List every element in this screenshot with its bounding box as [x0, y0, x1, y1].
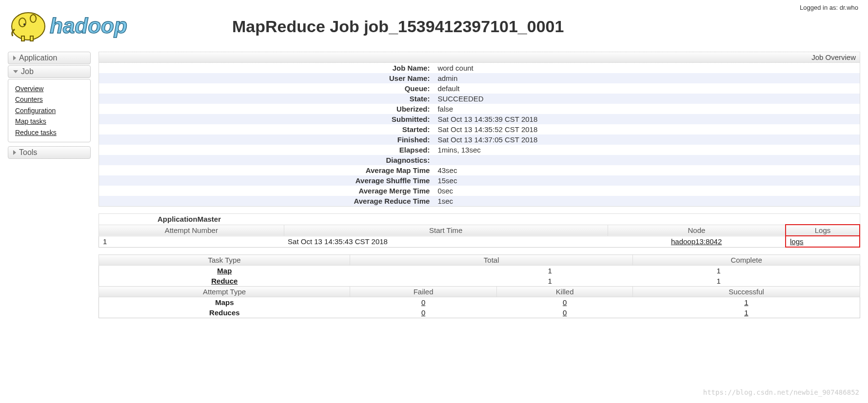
cell-failed: 0 — [350, 307, 497, 318]
svg-point-2 — [30, 15, 36, 22]
killed-link[interactable]: 0 — [563, 298, 567, 307]
overview-key: Uberized: — [99, 104, 434, 114]
cell-attempt-type: Reduces — [99, 307, 350, 318]
cell-failed: 0 — [350, 297, 497, 308]
overview-value: Sat Oct 13 14:35:52 CST 2018 — [434, 124, 860, 134]
sidebar-item-configuration[interactable]: Configuration — [15, 105, 83, 116]
overview-key: Average Map Time — [99, 165, 434, 175]
cell-killed: 0 — [497, 297, 633, 308]
failed-link[interactable]: 0 — [421, 298, 425, 307]
col-successful: Successful — [633, 287, 860, 297]
overview-value — [434, 155, 860, 165]
node-link[interactable]: hadoop13:8042 — [671, 237, 722, 246]
overview-key: Submitted: — [99, 114, 434, 124]
col-node: Node — [608, 225, 786, 236]
cell-attempt: 1 — [99, 236, 284, 247]
sidebar-label: Tools — [19, 148, 37, 157]
attempt-row-reduces: Reduces 0 0 1 — [99, 307, 860, 318]
sidebar-section-job[interactable]: Job — [8, 65, 91, 78]
svg-point-0 — [12, 13, 45, 40]
svg-point-1 — [19, 18, 26, 27]
chevron-down-icon — [13, 70, 18, 73]
overview-key: Average Merge Time — [99, 186, 434, 196]
cell-task-type: Reduce — [99, 276, 350, 287]
task-summary-table: Task Type Total Complete Map 1 1 Reduce … — [99, 254, 860, 318]
sidebar: Application Job Overview Counters Config… — [8, 52, 91, 325]
task-row-reduce: Reduce 1 1 — [99, 276, 860, 287]
killed-link[interactable]: 0 — [563, 308, 567, 317]
svg-text:hadoop: hadoop — [50, 14, 127, 38]
map-link[interactable]: Map — [217, 267, 232, 275]
svg-point-3 — [23, 23, 25, 25]
overview-value: admin — [434, 73, 860, 83]
col-attempt-type: Attempt Type — [99, 287, 350, 297]
cell-successful: 1 — [633, 307, 860, 318]
job-overview-title: Job Overview — [99, 52, 860, 63]
logs-link[interactable]: logs — [790, 237, 804, 246]
overview-key: Average Shuffle Time — [99, 175, 434, 186]
app-master-row: 1 Sat Oct 13 14:35:43 CST 2018 hadoop13:… — [99, 236, 860, 247]
sidebar-item-counters[interactable]: Counters — [15, 94, 83, 105]
job-overview-table: Job Name:word countUser Name:adminQueue:… — [99, 63, 860, 206]
overview-value: Sat Oct 13 14:35:39 CST 2018 — [434, 114, 860, 124]
overview-value: SUCCEEDED — [434, 94, 860, 104]
overview-key: State: — [99, 94, 434, 104]
success-link[interactable]: 1 — [744, 298, 748, 307]
overview-value: 1mins, 13sec — [434, 145, 860, 155]
overview-key: User Name: — [99, 73, 434, 83]
reduce-link[interactable]: Reduce — [211, 277, 237, 285]
success-link[interactable]: 1 — [744, 308, 748, 317]
cell-total: 1 — [350, 266, 633, 276]
overview-key: Elapsed: — [99, 145, 434, 155]
app-master-table: ApplicationMaster Attempt Number Start T… — [99, 213, 860, 248]
overview-key: Started: — [99, 124, 434, 134]
sidebar-job-items: Overview Counters Configuration Map task… — [8, 79, 91, 142]
overview-value: false — [434, 104, 860, 114]
cell-attempt-type: Maps — [99, 297, 350, 308]
overview-key: Queue: — [99, 83, 434, 94]
overview-key: Average Reduce Time — [99, 196, 434, 206]
login-status: Logged in as: dr.who — [800, 4, 858, 11]
svg-rect-4 — [21, 36, 24, 41]
overview-value: 1sec — [434, 196, 860, 206]
col-killed: Killed — [497, 287, 633, 297]
cell-complete: 1 — [633, 266, 860, 276]
col-failed: Failed — [350, 287, 497, 297]
col-complete: Complete — [633, 255, 860, 266]
cell-successful: 1 — [633, 297, 860, 308]
sidebar-label: Job — [21, 67, 34, 76]
job-overview-panel: Job Overview Job Name:word countUser Nam… — [99, 52, 860, 207]
overview-value: default — [434, 83, 860, 94]
sidebar-section-application[interactable]: Application — [8, 52, 91, 64]
failed-link[interactable]: 0 — [421, 308, 425, 317]
page-title: MapReduce Job job_1539412397101_0001 — [232, 17, 564, 36]
cell-total: 1 — [350, 276, 633, 287]
sidebar-label: Application — [19, 54, 57, 62]
cell-start-time: Sat Oct 13 14:35:43 CST 2018 — [284, 236, 608, 247]
svg-rect-5 — [30, 36, 33, 41]
chevron-right-icon — [13, 150, 16, 155]
col-start-time: Start Time — [284, 225, 608, 236]
sidebar-section-tools[interactable]: Tools — [8, 146, 91, 159]
sidebar-item-overview[interactable]: Overview — [15, 83, 83, 94]
overview-value: word count — [434, 63, 860, 73]
sidebar-item-reduce-tasks[interactable]: Reduce tasks — [15, 127, 83, 138]
cell-logs: logs — [786, 236, 860, 247]
col-logs: Logs — [786, 225, 860, 236]
cell-node: hadoop13:8042 — [608, 236, 786, 247]
col-attempt-number: Attempt Number — [99, 225, 284, 236]
cell-complete: 1 — [633, 276, 860, 287]
sidebar-item-map-tasks[interactable]: Map tasks — [15, 116, 83, 127]
overview-value: 0sec — [434, 186, 860, 196]
hadoop-logo: hadoop — [8, 5, 169, 43]
attempt-row-maps: Maps 0 0 1 — [99, 297, 860, 308]
chevron-right-icon — [13, 56, 16, 60]
task-row-map: Map 1 1 — [99, 266, 860, 276]
col-total: Total — [350, 255, 633, 266]
overview-value: 43sec — [434, 165, 860, 175]
overview-key: Diagnostics: — [99, 155, 434, 165]
col-task-type: Task Type — [99, 255, 350, 266]
overview-value: Sat Oct 13 14:37:05 CST 2018 — [434, 134, 860, 145]
overview-key: Job Name: — [99, 63, 434, 73]
app-master-title: ApplicationMaster — [99, 214, 860, 225]
